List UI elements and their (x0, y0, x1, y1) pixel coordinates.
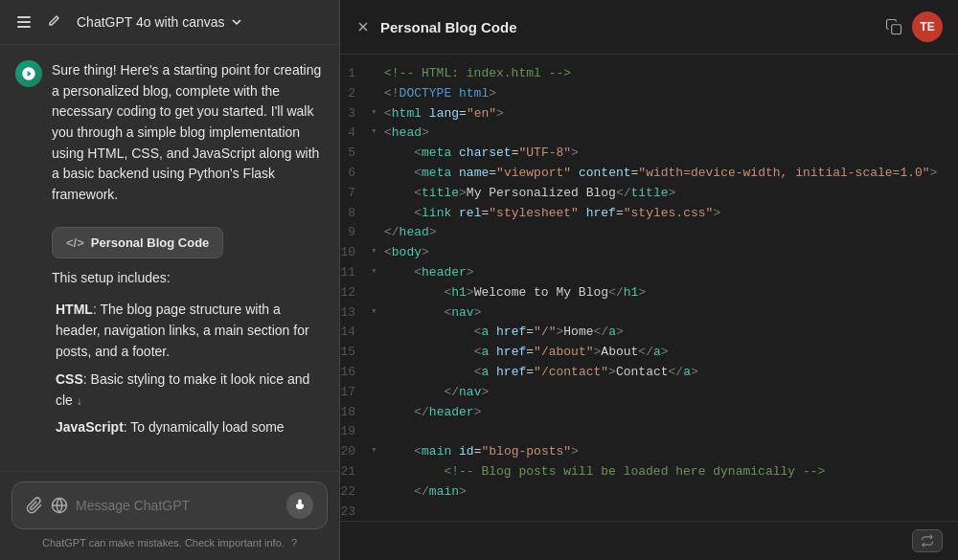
code-artifact-button[interactable]: </> Personal Blog Code (52, 227, 223, 258)
list-item-2-content: CSS: Basic styling to make it look nice … (56, 369, 324, 412)
line-toggle[interactable]: ▾ (371, 263, 384, 280)
line-toggle[interactable]: ▾ (371, 123, 384, 141)
list-item-3: JavaScript: To dynamically load some (56, 416, 324, 437)
line-number: 19 (340, 422, 371, 442)
list-item-1: HTML: The blog page structure with a hea… (56, 299, 324, 363)
line-content: </head> (384, 223, 943, 243)
line-number: 14 (340, 323, 371, 343)
line-content: <meta charset="UTF-8"> (384, 144, 943, 164)
code-line-9: 9 </head> (340, 223, 958, 243)
line-number: 16 (340, 363, 371, 383)
code-line-21: 21 <!-- Blog posts will be loaded here d… (340, 462, 958, 482)
line-content: <meta name="viewport" content="width=dev… (384, 164, 943, 184)
line-content: <h1>Welcome to My Blog</h1> (384, 283, 943, 303)
editor-actions: TE (885, 11, 943, 42)
line-number: 5 (340, 144, 371, 164)
code-line-5: 5 <meta charset="UTF-8"> (340, 144, 958, 164)
code-line-22: 22 </main> (340, 482, 958, 503)
line-number: 11 (340, 263, 371, 283)
line-content: <header> (384, 263, 943, 283)
svg-rect-0 (17, 16, 31, 18)
line-toggle[interactable]: ▾ (371, 442, 384, 459)
code-line-17: 17 </nav> (340, 383, 958, 403)
line-number: 23 (340, 503, 371, 521)
assistant-message-text: Sure thing! Here's a starting point for … (52, 60, 324, 444)
code-line-18: 18 </header> (340, 403, 958, 423)
setup-list: HTML: The blog page structure with a hea… (52, 299, 324, 438)
line-number: 7 (340, 184, 371, 204)
line-content: <a href="/about">About</a> (384, 343, 943, 363)
line-content: <head> (384, 123, 943, 144)
globe-button[interactable] (51, 497, 68, 514)
list-item-3-content: JavaScript: To dynamically load some (56, 416, 285, 437)
chat-body: Sure thing! Here's a starting point for … (0, 45, 339, 471)
code-line-20: 20▾ <main id="blog-posts"> (340, 442, 958, 462)
line-content: <title>My Personalized Blog</title> (384, 184, 943, 204)
model-selector-button[interactable]: ChatGPT 4o with canvas (73, 12, 247, 32)
code-line-15: 15 <a href="/about">About</a> (340, 343, 958, 363)
code-line-14: 14 <a href="/">Home</a> (340, 323, 958, 343)
code-line-1: 1 <!-- HTML: index.html --> (340, 64, 958, 84)
editor-header: Personal Blog Code TE (340, 0, 958, 55)
line-content: <main id="blog-posts"> (384, 442, 943, 462)
model-name-label: ChatGPT 4o with canvas (77, 14, 225, 30)
line-number: 18 (340, 403, 371, 423)
line-number: 9 (340, 223, 371, 243)
wrap-toggle-button[interactable] (912, 529, 943, 552)
line-number: 15 (340, 343, 371, 363)
code-area[interactable]: 1 <!-- HTML: index.html -->2 <!DOCTYPE h… (340, 55, 958, 521)
line-number: 2 (340, 84, 371, 104)
copy-button[interactable] (885, 18, 902, 35)
top-bar-icons (13, 11, 63, 33)
line-content: <!-- Blog posts will be loaded here dyna… (384, 462, 943, 482)
line-number: 1 (340, 64, 371, 84)
line-number: 20 (340, 442, 371, 462)
code-line-7: 7 <title>My Personalized Blog</title> (340, 184, 958, 204)
code-line-2: 2 <!DOCTYPE html> (340, 84, 958, 104)
code-line-3: 3▾<html lang="en"> (340, 104, 958, 124)
list-item-2: CSS: Basic styling to make it look nice … (56, 369, 324, 412)
line-content: <html lang="en"> (384, 104, 943, 124)
edit-button[interactable] (42, 11, 63, 33)
code-line-12: 12 <h1>Welcome to My Blog</h1> (340, 283, 958, 303)
code-line-10: 10▾<body> (340, 243, 958, 263)
top-bar: ChatGPT 4o with canvas (0, 0, 339, 45)
line-content: <!DOCTYPE html> (384, 84, 943, 104)
line-toggle[interactable]: ▾ (371, 303, 384, 321)
line-number: 17 (340, 383, 371, 403)
line-content: </main> (384, 482, 943, 503)
code-line-23: 23 (340, 503, 958, 521)
code-line-8: 8 <link rel="stylesheet" href="styles.cs… (340, 204, 958, 224)
input-box (11, 482, 328, 529)
code-line-19: 19 (340, 422, 958, 442)
assistant-icon (15, 60, 42, 87)
line-toggle[interactable]: ▾ (371, 104, 384, 122)
line-content: </nav> (384, 383, 943, 403)
message-input[interactable] (76, 498, 279, 513)
help-link[interactable]: ? (291, 537, 297, 549)
sidebar-toggle-button[interactable] (13, 11, 34, 33)
line-number: 6 (340, 164, 371, 184)
right-panel: Personal Blog Code TE 1 <!-- HTML: index… (340, 0, 958, 560)
line-number: 3 (340, 104, 371, 124)
line-number: 10 (340, 243, 371, 263)
code-button-label: Personal Blog Code (91, 235, 210, 250)
svg-rect-2 (17, 26, 31, 28)
line-content: <a href="/contact">Contact</a> (384, 363, 943, 383)
assistant-message-row: Sure thing! Here's a starting point for … (15, 60, 324, 444)
code-line-11: 11▾ <header> (340, 263, 958, 283)
line-content: </header> (384, 403, 943, 423)
line-number: 21 (340, 462, 371, 482)
line-toggle[interactable]: ▾ (371, 243, 384, 260)
line-number: 13 (340, 303, 371, 324)
close-editor-button[interactable] (355, 19, 371, 34)
setup-intro-text: This setup includes: (52, 268, 324, 289)
line-number: 4 (340, 123, 371, 144)
assistant-message-content: Sure thing! Here's a starting point for … (52, 62, 321, 202)
mic-button[interactable] (286, 492, 313, 519)
attach-button[interactable] (26, 497, 43, 514)
disclaimer-text: ChatGPT can make mistakes. Check importa… (11, 535, 328, 550)
line-content: <link rel="stylesheet" href="styles.css"… (384, 204, 943, 224)
code-line-4: 4▾<head> (340, 123, 958, 144)
line-content: <a href="/">Home</a> (384, 323, 943, 343)
